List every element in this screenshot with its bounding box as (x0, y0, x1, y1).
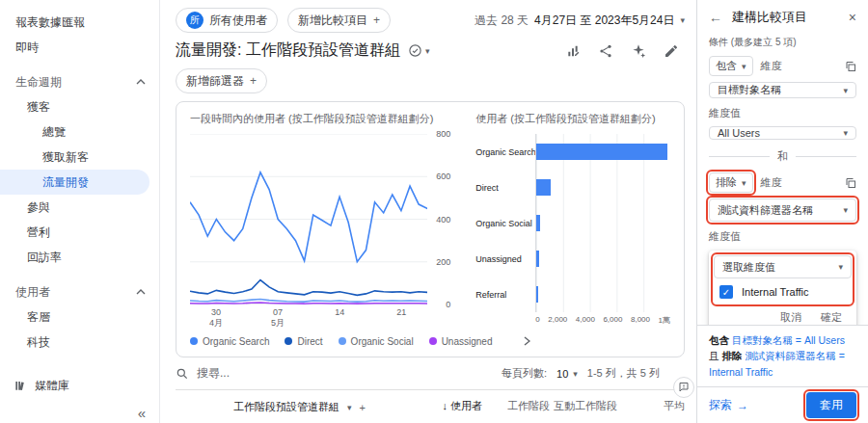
search-input[interactable]: 搜尋... (197, 365, 230, 382)
legend-dot-icon (190, 337, 198, 345)
sidebar-item-reports-snapshot[interactable]: 報表數據匯報 (0, 10, 159, 35)
column-header-users[interactable]: ↓ 使用者 (415, 400, 482, 413)
sidebar-item-overview[interactable]: 總覽 (0, 119, 159, 145)
bar-category-label: Organic Search (475, 147, 535, 157)
check-circle-icon (408, 43, 422, 58)
sidebar-item-realtime[interactable]: 即時 (0, 35, 159, 60)
feedback-button[interactable] (673, 377, 694, 398)
bar[interactable] (536, 286, 538, 303)
annotation-box-values: 選取維度值 ▾ ✓ Internal Traffic (714, 255, 852, 304)
sidebar-item-demographics[interactable]: 客層 (0, 304, 159, 330)
duplicate-condition-icon[interactable] (845, 61, 856, 72)
add-comparison-label: 新增比較項目 (298, 13, 367, 29)
dimension-value-label: 維度值 (709, 229, 856, 244)
bar-chart: 使用者 (按工作階段預設管道群組劃分) Organic SearchDirect… (475, 112, 670, 326)
sidebar-item-retention[interactable]: 回訪率 (0, 245, 159, 270)
collapse-sidebar-button[interactable]: « (138, 405, 146, 421)
charts-card: 一段時間內的使用者 (按工作階段預設管道群組劃分) 0200400600800 … (176, 101, 685, 357)
dimension-label: 維度 (761, 59, 782, 73)
sidebar-item-monetization[interactable]: 營利 (0, 220, 159, 245)
bar-category-label: Organic Social (475, 219, 535, 228)
column-header-sessions[interactable]: 工作階段 (482, 400, 550, 413)
caret-down-icon: ▾ (843, 128, 848, 138)
panel-body: 條件 (最多建立 5 項) 包含 ▾ 維度 目標對象名稱 ▾ 維度值 All U… (697, 32, 868, 325)
sidebar-item-acquisition[interactable]: 獲客 (0, 94, 159, 119)
close-icon[interactable]: × (849, 10, 856, 25)
dimension-value-select-2[interactable]: 選取維度值 ▾ (714, 255, 852, 278)
sidebar-item-traffic-acquisition[interactable]: 流量開發 (0, 170, 149, 195)
dimension-select-2[interactable]: 測試資料篩選器名稱 ▾ (709, 198, 856, 222)
bar-category-label: Unassigned (475, 254, 535, 264)
summary-clause-include[interactable]: 目標對象名稱 = All Users (732, 334, 845, 346)
line-chart-plot[interactable] (190, 134, 427, 304)
plus-icon: + (250, 74, 257, 88)
legend-dot-icon (285, 337, 292, 345)
app-window: 報表數據匯報 即時 生命週期 獲客 總覽 獲取新客 流量開發 參與 營利 回訪率… (0, 0, 868, 423)
legend-next-button[interactable] (517, 331, 536, 351)
y-tick-label: 600 (436, 172, 450, 181)
ok-button[interactable]: 確定 (821, 310, 842, 325)
include-operator-dropdown[interactable]: 包含 ▾ (709, 56, 753, 76)
column-header-engaged-sessions[interactable]: 互動工作階段 (550, 400, 617, 413)
section-label: 使用者 (15, 284, 50, 301)
cancel-button[interactable]: 取消 (780, 310, 801, 325)
bar-row: Organic Search (475, 134, 670, 170)
all-users-chip[interactable]: 所 所有使用者 (176, 8, 278, 33)
apply-button[interactable]: 套用 (806, 392, 856, 418)
dimension-value-select-1[interactable]: All Users ▾ (709, 126, 856, 140)
report-main: 所 所有使用者 新增比較項目 + 過去 28 天 4月27日 至 2023年5月… (160, 0, 696, 423)
date-range-picker[interactable]: 過去 28 天 4月27日 至 2023年5月24日 ▾ (475, 13, 685, 29)
bar-row: Unassigned (475, 241, 670, 277)
dimension-select-1[interactable]: 目標對象名稱 ▾ (709, 82, 856, 98)
bar-track (535, 134, 670, 170)
sidebar-item-tech[interactable]: 科技 (0, 330, 159, 355)
report-titlebar: 流量開發: 工作階段預設管道群組 ▾ (176, 40, 685, 61)
add-comparison-chip[interactable]: 新增比較項目 + (287, 8, 391, 33)
bar-chart-rows: Organic SearchDirectOrganic SocialUnassi… (475, 134, 670, 312)
edit-icon[interactable] (664, 43, 679, 59)
bar[interactable] (536, 215, 540, 231)
bar-chart-title: 使用者 (按工作階段預設管道群組劃分) (475, 112, 670, 126)
add-filter-label: 新增篩選器 (186, 73, 244, 90)
annotation-box-apply: 套用 (806, 392, 856, 418)
bar[interactable] (536, 144, 667, 160)
caret-down-icon: ▾ (680, 15, 685, 25)
explore-link[interactable]: 探索 → (709, 397, 748, 413)
sidebar-item-engagement[interactable]: 參與 (0, 195, 159, 220)
table-toolbar: 搜尋... 每頁列數: 10 ▾ 1-5 列，共 5 列 (176, 365, 685, 382)
column-header-dimension[interactable]: 工作階段預設管道群組 ▾ + (176, 400, 415, 414)
bar-category-label: Referral (475, 290, 535, 300)
sidebar-item-user-acquisition[interactable]: 獲取新客 (0, 145, 159, 170)
rows-per-page-select[interactable]: 10 ▾ (556, 368, 578, 380)
page-title: 流量開發: 工作階段預設管道群組 (176, 40, 400, 61)
add-filter-chip[interactable]: 新增篩選器 + (176, 68, 267, 93)
back-icon[interactable]: ← (709, 10, 722, 25)
sidebar-section-lifecycle[interactable]: 生命週期 (0, 69, 159, 94)
and-divider: 和 (709, 149, 856, 164)
panel-footer: 探索 → 套用 (697, 386, 868, 423)
sidebar-section-user[interactable]: 使用者 (0, 279, 159, 304)
line-chart-x-axis: 304月 075月 14 21 (190, 304, 427, 326)
chevron-right-icon (524, 336, 530, 346)
data-table-header: 工作階段預設管道群組 ▾ + ↓ 使用者 工作階段 互動工作階段 平均 (176, 389, 685, 414)
checkbox-checked-icon[interactable]: ✓ (719, 285, 733, 299)
caret-down-icon: ▾ (742, 178, 746, 188)
add-dimension-button[interactable]: + (360, 402, 366, 413)
chevron-up-icon (136, 289, 146, 295)
exclude-operator-dropdown[interactable]: 排除 ▾ (709, 172, 753, 193)
bar[interactable] (536, 251, 538, 267)
share-icon[interactable] (598, 43, 613, 59)
bar-row: Organic Social (475, 205, 670, 241)
chevron-up-icon (136, 79, 146, 85)
option-internal-traffic[interactable]: ✓ Internal Traffic (714, 278, 852, 304)
column-header-avg[interactable]: 平均 (617, 400, 685, 413)
duplicate-condition-icon[interactable] (845, 177, 856, 189)
bar[interactable] (536, 179, 551, 196)
customize-report-icon[interactable] (565, 43, 581, 59)
sort-desc-icon: ↓ (442, 400, 448, 411)
bar-track (535, 277, 670, 312)
data-quality-badge[interactable]: ▾ (408, 43, 430, 58)
insights-icon[interactable] (631, 43, 646, 59)
sidebar-item-library[interactable]: 媒體庫 (0, 373, 159, 398)
bar-row: Direct (475, 170, 670, 205)
